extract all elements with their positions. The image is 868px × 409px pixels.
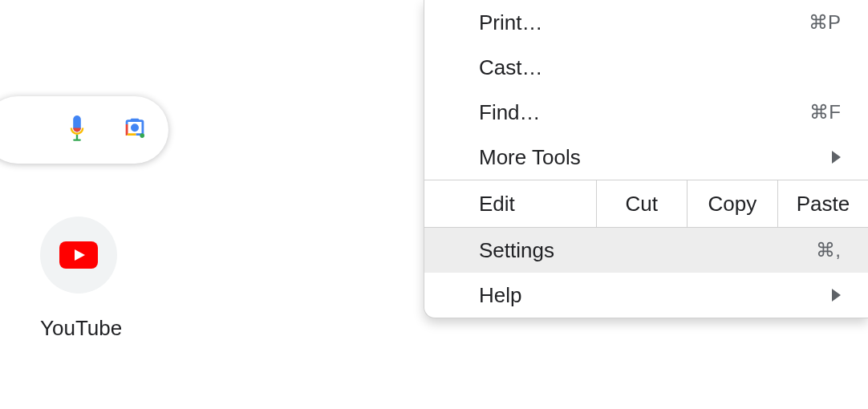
menu-item-shortcut: ⌘F: [809, 101, 841, 124]
menu-item-print[interactable]: Print… ⌘P: [424, 0, 868, 45]
menu-item-label: Find…: [479, 100, 541, 125]
voice-search-button[interactable]: [63, 115, 91, 144]
chevron-right-icon: [832, 289, 841, 302]
menu-item-label: Cast…: [479, 55, 542, 80]
menu-item-help[interactable]: Help: [424, 273, 868, 318]
menu-item-find[interactable]: Find… ⌘F: [424, 90, 868, 135]
camera-lens-icon: [121, 116, 148, 144]
menu-edit-label: Edit: [424, 180, 597, 227]
svg-point-2: [131, 124, 139, 132]
menu-item-label: More Tools: [479, 145, 581, 170]
youtube-icon: [59, 241, 98, 269]
svg-rect-1: [73, 139, 81, 140]
menu-item-label: Help: [479, 283, 521, 308]
lens-search-button[interactable]: [120, 115, 149, 144]
menu-edit-row: Edit Cut Copy Paste: [424, 180, 868, 228]
menu-item-shortcut: ⌘P: [809, 11, 841, 34]
menu-item-shortcut: ⌘,: [816, 239, 841, 261]
menu-item-label: Settings: [479, 238, 554, 263]
menu-cut-button[interactable]: Cut: [597, 180, 688, 227]
search-bar[interactable]: [0, 96, 168, 164]
svg-point-3: [140, 133, 144, 138]
chevron-right-icon: [832, 151, 841, 164]
shortcut-label: YouTube: [40, 316, 117, 341]
shortcut-icon-circle: [40, 217, 117, 294]
menu-item-more-tools[interactable]: More Tools: [424, 135, 868, 180]
menu-copy-button[interactable]: Copy: [688, 180, 778, 227]
menu-item-settings[interactable]: Settings ⌘,: [424, 228, 868, 273]
menu-item-cast[interactable]: Cast…: [424, 45, 868, 90]
microphone-icon: [65, 115, 89, 144]
shortcut-youtube[interactable]: YouTube: [40, 217, 117, 341]
menu-item-label: Print…: [479, 10, 542, 35]
chrome-main-menu: Print… ⌘P Cast… Find… ⌘F More Tools Edit…: [424, 0, 868, 318]
menu-paste-button[interactable]: Paste: [778, 180, 868, 227]
svg-rect-0: [76, 135, 78, 140]
